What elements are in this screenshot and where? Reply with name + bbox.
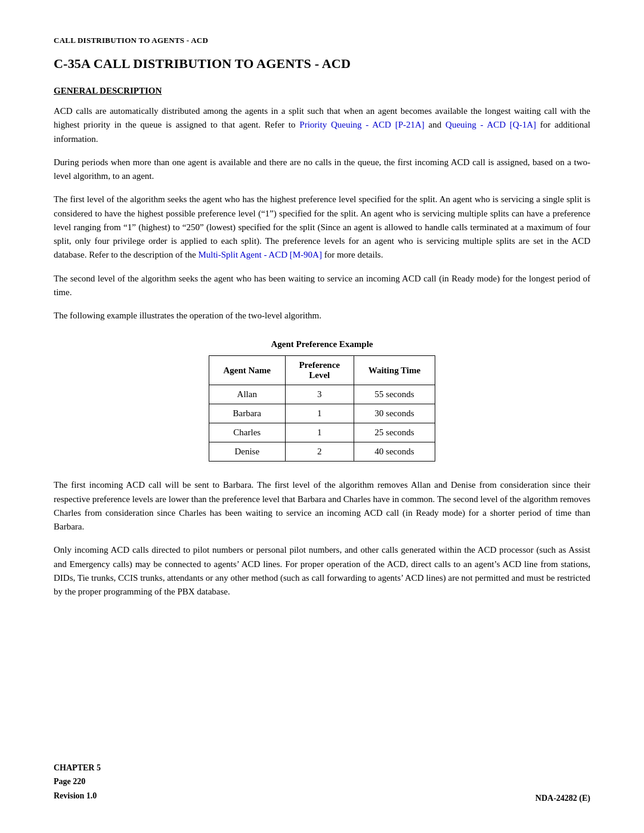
link-queuing-acd[interactable]: Queuing - ACD [Q-1A] [445, 120, 536, 129]
link-multi-split[interactable]: Multi-Split Agent - ACD [M-90A] [198, 250, 322, 259]
wait-time-1: 55 seconds [354, 385, 435, 404]
page: CALL DISTRIBUTION TO AGENTS - ACD C-35A … [0, 0, 644, 833]
section-heading-general: GENERAL DESCRIPTION [54, 86, 590, 96]
link-priority-queuing[interactable]: Priority Queuing - ACD [P-21A] [299, 120, 425, 129]
wait-time-3: 25 seconds [354, 423, 435, 442]
wait-time-4: 40 seconds [354, 442, 435, 462]
paragraph-after-table-1: The first incoming ACD call will be sent… [54, 478, 590, 534]
footer: CHAPTER 5 Page 220 Revision 1.0 NDA-2428… [54, 761, 590, 803]
paragraph-2: During periods when more than one agent … [54, 156, 590, 184]
table-section: Agent Preference Example Agent Name Pref… [54, 339, 590, 462]
agent-name-2: Barbara [209, 404, 286, 423]
revision-label: Revision 1.0 [54, 789, 101, 803]
pref-level-1: 3 [285, 385, 354, 404]
footer-left: CHAPTER 5 Page 220 Revision 1.0 [54, 761, 101, 803]
table-caption: Agent Preference Example [271, 339, 373, 349]
pref-level-3: 1 [285, 423, 354, 442]
footer-doc-number: NDA-24282 (E) [535, 794, 590, 803]
page-title: C-35A CALL DISTRIBUTION TO AGENTS - ACD [54, 56, 590, 72]
table-row: Charles 1 25 seconds [209, 423, 435, 442]
chapter-label: CHAPTER 5 [54, 761, 101, 775]
agent-name-1: Allan [209, 385, 286, 404]
paragraph-1: ACD calls are automatically distributed … [54, 104, 590, 146]
agent-preference-table: Agent Name PreferenceLevel Waiting Time … [209, 355, 435, 462]
agent-name-4: Denise [209, 442, 286, 462]
wait-time-2: 30 seconds [354, 404, 435, 423]
col-header-agent-name: Agent Name [209, 356, 286, 385]
page-label: Page 220 [54, 775, 101, 789]
table-row: Allan 3 55 seconds [209, 385, 435, 404]
table-row: Barbara 1 30 seconds [209, 404, 435, 423]
paragraph-4: The second level of the algorithm seeks … [54, 272, 590, 300]
pref-level-2: 1 [285, 404, 354, 423]
paragraph-after-table-2: Only incoming ACD calls directed to pilo… [54, 543, 590, 599]
table-row: Denise 2 40 seconds [209, 442, 435, 462]
col-header-waiting-time: Waiting Time [354, 356, 435, 385]
agent-name-3: Charles [209, 423, 286, 442]
top-header: CALL DISTRIBUTION TO AGENTS - ACD [54, 36, 590, 45]
pref-level-4: 2 [285, 442, 354, 462]
paragraph-3: The first level of the algorithm seeks t… [54, 193, 590, 262]
col-header-preference-level: PreferenceLevel [285, 356, 354, 385]
paragraph-5: The following example illustrates the op… [54, 309, 590, 323]
